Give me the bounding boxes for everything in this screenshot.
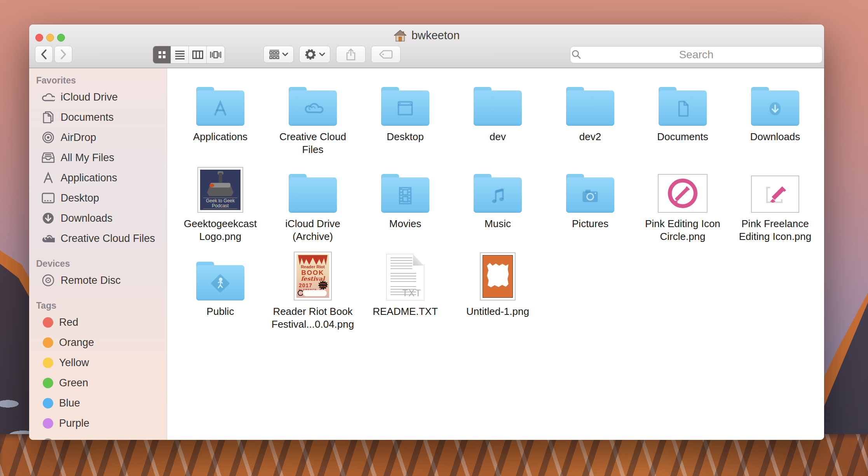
file-item-downloads[interactable]: Downloads [730, 79, 820, 166]
creative-cloud-icon [42, 232, 55, 245]
desktop-icon [42, 191, 55, 205]
sidebar-item-remote-disc[interactable]: Remote Disc [29, 270, 167, 290]
sidebar-item-tag-yellow[interactable]: Yellow [29, 353, 167, 373]
sidebar-item-documents[interactable]: Documents [29, 107, 167, 127]
image-thumbnail: Geek to Geek Podcast [197, 167, 243, 213]
window-content: Favorites iCloud Drive Documents [29, 68, 824, 440]
file-item-pictures[interactable]: Pictures [546, 166, 635, 254]
sidebar-item-airdrop[interactable]: AirDrop [29, 127, 167, 148]
file-item-applications[interactable]: Applications [176, 79, 265, 166]
search-input[interactable] [570, 46, 823, 63]
folder-icon [474, 87, 522, 126]
file-item-pink-freelance-editing-icon[interactable]: Pink Freelance Editing Icon.png [730, 166, 820, 254]
image-thumbnail [480, 252, 516, 301]
tag-blue-icon [43, 398, 53, 408]
file-label: Pink Freelance Editing Icon.png [731, 217, 819, 243]
disc-icon [42, 274, 55, 287]
file-item-icloud-drive-archive[interactable]: iCloud Drive (Archive) [268, 166, 357, 254]
sidebar-item-all-my-files[interactable]: All My Files [29, 148, 167, 168]
sidebar-item-tag-green[interactable]: Green [29, 373, 167, 393]
sidebar-item-creative-cloud-files[interactable]: Creative Cloud Files [29, 228, 167, 248]
file-item-pink-editing-icon-circle[interactable]: Pink Editing Icon Circle.png [638, 166, 727, 254]
icon-view-button[interactable] [153, 46, 171, 63]
chevron-down-icon [282, 52, 288, 56]
file-label: Creative Cloud Files [269, 130, 357, 156]
gear-icon [304, 48, 317, 61]
file-item-reader-riot-poster[interactable]: Reader Riot BOOK festival 2017 APRIL 28-… [268, 254, 357, 347]
airdrop-icon [42, 131, 55, 144]
folder-icon [289, 87, 337, 126]
file-label: Documents [657, 130, 708, 143]
window-title: bwkeeton [411, 29, 460, 42]
sidebar-item-label: Creative Cloud Files [61, 233, 155, 245]
file-item-public[interactable]: Public [176, 254, 265, 347]
file-item-dev2[interactable]: dev2 [546, 79, 635, 166]
tag-gray-icon [43, 438, 53, 440]
pink-circle-pencil-image [661, 177, 705, 210]
arrange-icon [269, 49, 280, 59]
file-item-dev[interactable]: dev [453, 79, 542, 166]
sidebar-item-tag-purple[interactable]: Purple [29, 413, 167, 433]
poster-text: Reader Riot [296, 264, 329, 269]
sidebar-item-downloads[interactable]: Downloads [29, 208, 167, 228]
file-item-desktop[interactable]: Desktop [361, 79, 450, 166]
sidebar-item-desktop[interactable]: Desktop [29, 188, 167, 208]
file-label: Public [207, 305, 234, 318]
public-glyph-icon [207, 271, 233, 296]
sidebar-item-applications[interactable]: Applications [29, 168, 167, 188]
sidebar-item-label: AirDrop [61, 132, 96, 144]
file-label: Desktop [387, 130, 424, 143]
folder-icon [566, 174, 614, 213]
file-item-music[interactable]: Music [453, 166, 542, 254]
sidebar-item-label: Documents [61, 111, 114, 123]
file-item-untitled-1[interactable]: Untitled-1.png [453, 254, 542, 347]
text-file-icon: TXT [386, 254, 424, 301]
share-button[interactable] [336, 46, 366, 63]
arrange-button[interactable] [263, 46, 294, 63]
wallpaper-mountain-bottom [0, 434, 868, 476]
tag-red-icon [43, 317, 53, 328]
document-icon [42, 111, 55, 124]
sidebar-item-tag-blue[interactable]: Blue [29, 393, 167, 413]
file-item-creative-cloud-files[interactable]: Creative Cloud Files [268, 79, 357, 166]
sidebar-item-label: Orange [59, 337, 94, 349]
column-view-icon [192, 50, 203, 59]
tag-orange-icon [43, 337, 53, 348]
finder-window: bwkeeton [29, 24, 824, 440]
tags-button[interactable] [371, 46, 401, 63]
sidebar-item-icloud-drive[interactable]: iCloud Drive [29, 87, 167, 107]
document-glyph-icon [670, 96, 695, 122]
sidebar-item-tag-gray[interactable] [29, 433, 167, 440]
coverflow-view-icon [210, 50, 221, 59]
file-item-documents[interactable]: Documents [638, 79, 727, 166]
window-title-group: bwkeeton [29, 29, 824, 42]
column-view-button[interactable] [189, 46, 207, 63]
file-label: Pink Editing Icon Circle.png [639, 217, 727, 243]
file-label: dev [490, 130, 506, 143]
action-button[interactable] [299, 46, 330, 63]
folder-icon [659, 87, 707, 126]
folder-icon [566, 87, 614, 126]
file-label: Downloads [750, 130, 800, 143]
file-item-readme-txt[interactable]: TXT README.TXT [361, 254, 450, 347]
file-item-geektogeekcast-logo[interactable]: Geek to Geek Podcast Geektogeekcast Logo… [176, 166, 265, 254]
folder-icon [474, 174, 522, 213]
list-view-button[interactable] [171, 46, 189, 63]
forward-button[interactable] [54, 46, 72, 63]
back-button[interactable] [35, 46, 53, 63]
file-label: Applications [193, 130, 248, 143]
sidebar-section-tags: Tags [29, 299, 167, 312]
file-item-movies[interactable]: Movies [361, 166, 450, 254]
sidebar-item-tag-orange[interactable]: Orange [29, 332, 167, 353]
sidebar-item-label: Yellow [59, 357, 89, 369]
sidebar-item-tag-red[interactable]: Red [29, 312, 167, 332]
sidebar-item-label: iCloud Drive [61, 91, 118, 103]
file-label: dev2 [579, 130, 601, 143]
coverflow-view-button[interactable] [207, 46, 225, 63]
chevron-left-icon [41, 49, 47, 59]
download-glyph-icon [762, 96, 788, 122]
file-label: Pictures [572, 217, 608, 230]
chevron-down-icon [319, 52, 325, 56]
applications-glyph-icon [207, 96, 233, 122]
inbox-icon [42, 151, 55, 164]
